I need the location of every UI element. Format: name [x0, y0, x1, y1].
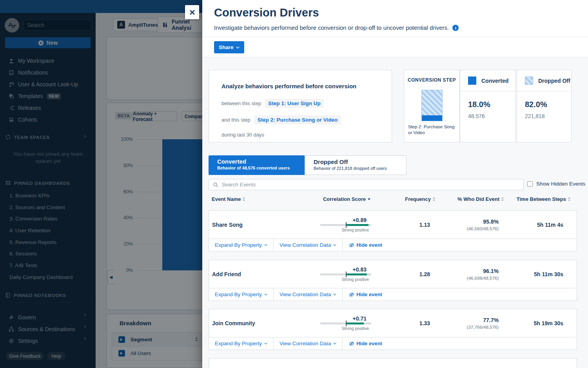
panel-header: Conversion Drivers Investigate behaviors…	[202, 0, 588, 37]
who-did-event-value: 95.8% (46,560/48,576)	[436, 219, 505, 231]
chevron-down-icon	[264, 342, 267, 344]
column-frequency[interactable]: Frequency	[371, 196, 436, 202]
event-row-share-song: Share Song +0.89 Strong positive 1.13 95…	[209, 210, 577, 251]
show-hidden-events-toggle[interactable]: Show Hidden Events	[527, 181, 585, 187]
chevron-down-icon	[264, 293, 267, 295]
step2-selector[interactable]: Step 2: Purchase Song or Video	[254, 115, 341, 124]
correlation-score: +0.83 Strong positive	[320, 266, 371, 282]
share-button[interactable]: Share	[214, 41, 244, 53]
correlation-bar	[320, 273, 371, 275]
converted-summary-box: Converted 18.0% 48,576	[460, 70, 516, 142]
dropped-count: 221,818	[525, 113, 571, 119]
sort-icon	[501, 197, 504, 201]
view-correlation-data-button[interactable]: View Correlation Data	[274, 337, 343, 350]
view-correlation-data-button[interactable]: View Correlation Data	[274, 239, 343, 251]
dropped-pct: 82.0%	[525, 100, 571, 109]
correlation-bar	[320, 224, 371, 226]
hide-event-button[interactable]: Hide event	[343, 288, 388, 301]
page-subtitle: Investigate behaviors performed before c…	[214, 24, 459, 31]
converted-pct: 18.0%	[468, 100, 515, 109]
dropped-label: Dropped Off	[538, 78, 570, 84]
event-name: Share Song	[209, 222, 307, 228]
eye-off-icon	[349, 341, 354, 346]
sort-icon	[242, 197, 245, 201]
correlation-score: +0.71 Strong positive	[320, 315, 371, 331]
event-row-join-community: Join Community +0.71 Strong positive 1.3…	[209, 309, 577, 350]
event-row-add-friend: Add Friend +0.83 Strong positive 1.28 96…	[209, 260, 577, 301]
conversion-drivers-panel: Conversion Drivers Investigate behaviors…	[202, 0, 588, 368]
close-panel-button[interactable]	[185, 5, 199, 19]
who-did-event-value: 77.7% (37,766/48,576)	[436, 317, 505, 330]
conversion-step-header: CONVERSION STEP	[404, 77, 459, 83]
toolbar-row: Share	[202, 37, 588, 57]
frequency-value: 1.33	[371, 320, 436, 326]
converted-label: Converted	[481, 78, 508, 84]
column-event-name[interactable]: Event Name	[209, 196, 307, 202]
chevron-down-icon	[333, 244, 336, 246]
page-title: Conversion Drivers	[214, 6, 319, 19]
setup-heading: Analyze behaviors performed before conve…	[221, 83, 379, 89]
info-icon[interactable]: i	[452, 25, 459, 31]
frequency-value: 1.28	[371, 271, 436, 277]
conversion-step-box: CONVERSION STEP Step 2: Purchase Song or…	[404, 70, 460, 142]
step1-selector[interactable]: Step 1: User Sign Up	[265, 99, 324, 108]
eye-off-icon	[349, 292, 354, 297]
converted-fill	[422, 115, 442, 121]
close-icon	[189, 9, 195, 15]
converted-swatch-icon	[468, 77, 476, 85]
checkbox-icon[interactable]	[527, 181, 533, 187]
time-between-steps-value: 5h 11m 4s	[505, 222, 577, 228]
events-search-input[interactable]	[221, 182, 519, 188]
eye-off-icon	[349, 242, 354, 248]
column-who-did-event[interactable]: % Who Did Event	[436, 196, 504, 202]
tab-dropped-off[interactable]: Dropped Off Behavior of 221,818 dropped …	[305, 155, 407, 175]
chevron-down-icon	[333, 293, 336, 295]
event-row-next	[209, 358, 577, 368]
sort-icon	[432, 197, 436, 201]
view-correlation-data-button[interactable]: View Correlation Data	[274, 288, 343, 301]
hide-event-button[interactable]: Hide event	[343, 337, 388, 350]
conversion-step-label: Step 2: Purchase Song or Video	[408, 124, 457, 136]
modal-dim-overlay[interactable]	[0, 0, 202, 368]
events-table-header: Event Name Correlation Score Frequency %…	[209, 196, 577, 202]
expand-by-property-button[interactable]: Expand By Property	[209, 239, 274, 251]
search-icon	[213, 182, 218, 188]
time-between-steps-value: 5h 19m 30s	[505, 320, 577, 326]
dropped-summary-box: Dropped Off 82.0% 221,818	[517, 70, 572, 142]
dropped-swatch-icon	[525, 77, 533, 85]
frequency-value: 1.13	[371, 222, 436, 228]
sort-desc-icon	[367, 198, 371, 200]
column-time-between-steps[interactable]: Time Between Steps	[504, 196, 577, 202]
expand-by-property-button[interactable]: Expand By Property	[209, 288, 274, 301]
chevron-down-icon	[236, 46, 240, 49]
hide-event-button[interactable]: Hide event	[343, 239, 388, 251]
during-label: during last 30 days	[221, 132, 264, 138]
time-between-steps-value: 5h 11m 30s	[505, 271, 577, 277]
column-correlation-score[interactable]: Correlation Score	[307, 196, 371, 202]
chevron-down-icon	[333, 342, 336, 344]
expand-by-property-button[interactable]: Expand By Property	[209, 337, 274, 350]
and-step-label: and this step	[221, 117, 250, 123]
event-name: Add Friend	[209, 271, 307, 277]
who-did-event-value: 96.1% (46,698/48,576)	[436, 268, 505, 281]
sort-icon	[568, 197, 571, 201]
correlation-score: +0.89 Strong positive	[320, 217, 371, 232]
converted-count: 48,576	[468, 113, 515, 119]
correlation-bar	[320, 322, 371, 324]
chevron-down-icon	[264, 244, 267, 246]
event-name: Join Community	[209, 320, 307, 326]
between-step-label: between this step	[221, 100, 261, 106]
events-search[interactable]	[209, 179, 524, 190]
conversion-step-bar	[421, 90, 443, 121]
tab-converted[interactable]: Converted Behavior of 48,576 converted u…	[209, 155, 305, 175]
analysis-setup-card: Analyze behaviors performed before conve…	[209, 70, 392, 142]
